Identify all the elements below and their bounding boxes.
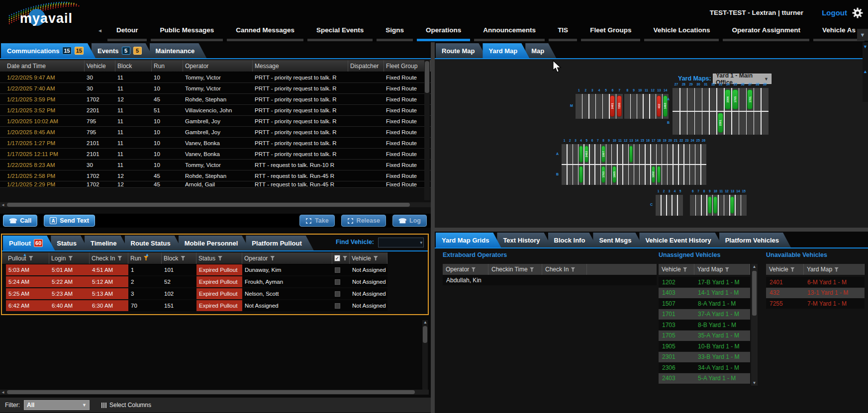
- scroll-up-icon[interactable]: ▲: [753, 264, 757, 269]
- take-button[interactable]: Take: [299, 215, 335, 227]
- filter-funnel-icon[interactable]: [374, 256, 378, 260]
- yard-vehicle[interactable]: 1202: [652, 166, 656, 183]
- unassigned-row[interactable]: 170535-A Yard 1 - M: [659, 330, 750, 341]
- select-columns-button[interactable]: Select Columns: [109, 402, 151, 409]
- pullout-row[interactable]: 5:03 AM5:01 AM4:51 AM1101Expired Pullout…: [2, 264, 387, 276]
- unavailable-row[interactable]: 24016-M Yard 1 - M: [766, 277, 865, 287]
- tab-map[interactable]: Map: [525, 43, 556, 58]
- logout-button[interactable]: Logout: [822, 8, 847, 17]
- nav-item-fleet-groups[interactable]: Fleet Groups: [579, 24, 642, 41]
- unassigned-row[interactable]: 230634-A Yard 1 - M: [659, 362, 750, 373]
- filter-funnel-icon[interactable]: [725, 267, 729, 272]
- filter-funnel-icon[interactable]: [29, 256, 33, 260]
- column-header-run[interactable]: Run▲: [128, 252, 162, 264]
- filter-funnel-icon[interactable]: [343, 256, 347, 260]
- row-checkbox[interactable]: [335, 267, 340, 273]
- nav-item-canned-messages[interactable]: Canned Messages: [225, 24, 305, 41]
- row-checkbox[interactable]: [335, 291, 340, 297]
- table-row[interactable]: 1/21/2025 2:29 PM17021245Arnold, GailRTT…: [0, 181, 431, 188]
- communications-horizontal-scrollbar[interactable]: ◄: [0, 202, 431, 207]
- scroll-up-icon[interactable]: ▲: [863, 69, 868, 74]
- call-button[interactable]: ☎ Call: [3, 215, 37, 227]
- filter-funnel-icon[interactable]: [471, 267, 476, 272]
- pullout-row[interactable]: 5:25 AM5:23 AM5:13 AM3102Expired Pullout…: [2, 288, 387, 300]
- column-header-block[interactable]: Block: [162, 252, 196, 264]
- unassigned-scrollbar[interactable]: ▲▼: [751, 264, 758, 386]
- column-header-checkin-time[interactable]: Checkin Time: [488, 264, 542, 275]
- filter-funnel-icon[interactable]: [68, 256, 73, 260]
- table-row[interactable]: 1/21/2025 3:59 PM17021245Rohde, StephanP…: [0, 94, 431, 105]
- row-checkbox[interactable]: [335, 279, 340, 285]
- tab-block-info[interactable]: Block Info: [548, 233, 597, 248]
- tab-timeline[interactable]: Timeline: [85, 236, 129, 250]
- row-checkbox[interactable]: [335, 303, 340, 309]
- unassigned-row[interactable]: 17038-B Yard 1 - M: [659, 320, 750, 330]
- yard-vehicle[interactable]: 1701: [747, 89, 753, 109]
- column-header-login[interactable]: Login: [49, 252, 90, 264]
- yard-vehicle[interactable]: 7255: [617, 95, 622, 117]
- tab-route-map[interactable]: Route Map: [436, 43, 486, 58]
- unassigned-row[interactable]: 15078-A Yard 1 - M: [659, 298, 750, 309]
- scroll-down-icon[interactable]: ▼: [863, 44, 868, 49]
- nav-item-vehicle-locations[interactable]: Vehicle Locations: [642, 24, 721, 41]
- table-row[interactable]: 1/22/2025 7:40 AM301110Tommy, VictorPRTT…: [0, 83, 431, 94]
- pullout-row[interactable]: 6:42 AM6:40 AM6:30 AM70151Expired Pullou…: [2, 300, 387, 312]
- column-header-run[interactable]: Run: [152, 60, 183, 72]
- scroll-left-icon[interactable]: ◄: [0, 203, 6, 207]
- log-button[interactable]: ☎ Log: [392, 215, 427, 227]
- tab-sent-msgs[interactable]: Sent Msgs: [593, 233, 643, 248]
- release-button[interactable]: Release: [341, 215, 386, 227]
- yard-vehicle[interactable]: [579, 146, 583, 163]
- tab-events[interactable]: Events55: [92, 43, 154, 58]
- table-row[interactable]: 1/21/2025 2:58 PM17021245Rohde, StephanR…: [0, 170, 431, 181]
- column-header-check-in[interactable]: Check In: [90, 252, 128, 264]
- column-header-yard-map[interactable]: Yard Map: [694, 264, 750, 275]
- extraboard-row[interactable]: Abdullah, Kin: [443, 275, 657, 285]
- yard-vehicle[interactable]: 1705: [732, 89, 738, 109]
- yard-vehicle[interactable]: 2306: [725, 89, 730, 109]
- nav-item-detour[interactable]: Detour: [105, 24, 149, 41]
- checkbox-header-icon[interactable]: ✓: [334, 255, 340, 261]
- nav-item-special-events[interactable]: Special Events: [305, 24, 375, 41]
- yard-vehicle[interactable]: [579, 166, 583, 183]
- tab-route-status[interactable]: Route Status: [125, 236, 183, 250]
- yard-vehicle[interactable]: 2403: [584, 146, 588, 163]
- unavailable-row[interactable]: 43213-1 Yard 1 - M: [766, 288, 865, 298]
- column-header-fleet-group[interactable]: Fleet Group: [384, 60, 431, 72]
- column-header-operator[interactable]: Operator: [183, 60, 253, 72]
- yard-vehicle[interactable]: 2301: [718, 113, 723, 133]
- filter-funnel-icon[interactable]: [683, 267, 687, 272]
- tab-platform-vehicles[interactable]: Platform Vehicles: [719, 233, 791, 248]
- find-vehicle-input[interactable]: [378, 238, 424, 248]
- yard-vehicle[interactable]: [708, 196, 712, 214]
- unassigned-row[interactable]: 230133-B Yard 1 - M: [659, 352, 750, 362]
- table-row[interactable]: 1/17/2025 12:11 PM21011110Vanev, BonkaPR…: [0, 149, 431, 160]
- column-header-block[interactable]: Block: [115, 60, 152, 72]
- tab-platform-pullout[interactable]: Platform Pullout: [246, 236, 313, 250]
- table-row[interactable]: 1/22/2025 9:47 AM301110Tommy, VictorPRTT…: [0, 72, 431, 83]
- tab-communications[interactable]: Communications1515: [1, 43, 96, 58]
- tab-vehicle-event-history[interactable]: Vehicle Event History: [639, 233, 723, 248]
- column-header-status[interactable]: Status: [196, 252, 242, 264]
- column-header-dispatcher[interactable]: Dispatcher: [348, 60, 384, 72]
- nav-item-tis[interactable]: TIS: [547, 24, 579, 41]
- communications-vertical-scrollbar[interactable]: [424, 60, 430, 200]
- nav-item-announcements[interactable]: Announcements: [472, 24, 547, 41]
- nav-item-public-messages[interactable]: Public Messages: [149, 24, 225, 41]
- yard-vehicle[interactable]: [713, 196, 717, 214]
- filter-funnel-icon[interactable]: [571, 267, 575, 272]
- tab-yard-map-grids[interactable]: Yard Map Grids: [436, 233, 501, 248]
- pullout-row[interactable]: 5:24 AM5:22 AM5:12 AM252Expired PulloutF…: [2, 276, 387, 288]
- filter-funnel-icon[interactable]: [834, 267, 839, 272]
- table-row[interactable]: 1/21/2025 3:52 PM22011151Villavicencio, …: [0, 105, 431, 116]
- filter-funnel-icon[interactable]: [144, 256, 148, 260]
- nav-item-signs[interactable]: Signs: [375, 24, 415, 41]
- column-header-vehicle[interactable]: Vehicle: [85, 60, 115, 72]
- yard-vehicle[interactable]: 1703: [601, 166, 605, 183]
- tab-text-history[interactable]: Text History: [497, 233, 552, 248]
- filter-funnel-icon[interactable]: [270, 256, 275, 260]
- tab-mobile-personnel[interactable]: Mobile Personnel: [179, 236, 250, 250]
- settings-gear-icon[interactable]: [852, 7, 863, 18]
- unassigned-row[interactable]: 140314-1 Yard 1 - M: [659, 288, 750, 298]
- column-header-pullout[interactable]: Pullout▲: [6, 252, 49, 264]
